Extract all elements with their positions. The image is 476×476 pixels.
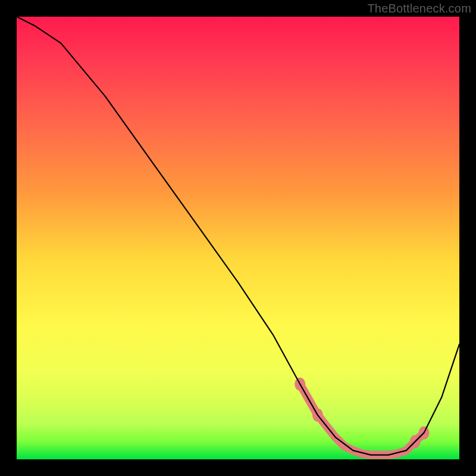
marker-group [295,378,429,455]
chart-plot-area [17,17,459,459]
bottleneck-curve-line [17,17,459,455]
bottleneck-chart-svg [17,17,459,459]
watermark-text: TheBottleneck.com [367,2,471,15]
